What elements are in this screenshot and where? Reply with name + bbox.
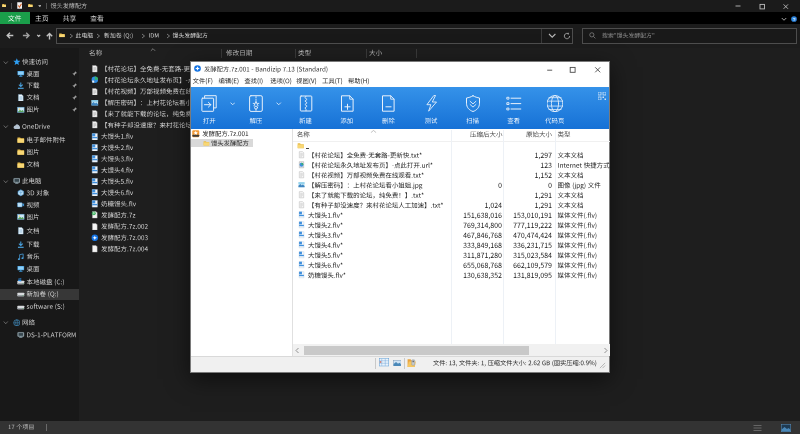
svg-text:?: ? (792, 16, 795, 21)
